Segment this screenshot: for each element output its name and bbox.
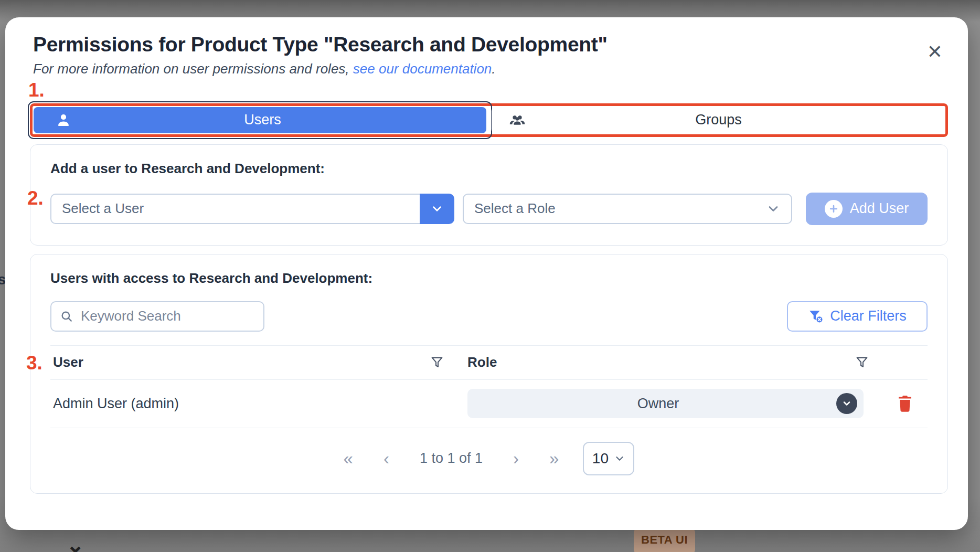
previous-page-button[interactable]: ‹ — [384, 450, 389, 467]
row-role-cell: Owner — [457, 389, 882, 418]
row-user-name: Admin User (admin) — [50, 396, 457, 412]
first-page-button[interactable]: « — [344, 450, 353, 467]
modal-title: Permissions for Product Type "Research a… — [33, 33, 910, 56]
row-role-select[interactable]: Owner — [467, 389, 864, 418]
add-user-controls: Select a User Select a Role Add User — [50, 193, 928, 225]
add-user-heading: Add a user to Research and Development: — [50, 161, 928, 177]
tab-groups[interactable]: Groups — [492, 107, 944, 133]
add-user-button-label: Add User — [850, 200, 909, 217]
delete-user-button[interactable] — [897, 394, 913, 414]
row-role-value: Owner — [480, 396, 836, 412]
user-column-label: User — [53, 354, 83, 370]
beta-ui-badge: BETA UI — [634, 528, 695, 552]
role-filter-icon[interactable] — [855, 355, 869, 370]
subtitle-text: For more information on user permissions… — [33, 61, 353, 77]
next-page-button[interactable]: › — [513, 450, 519, 467]
tab-groups-label: Groups — [526, 112, 911, 128]
tab-bar: Users Groups — [30, 103, 948, 137]
chevron-down-icon — [614, 453, 625, 464]
user-column-header: User — [50, 354, 457, 370]
page-size-select[interactable]: 10 — [583, 442, 634, 475]
table-row: Admin User (admin) Owner — [50, 380, 928, 428]
filter-row: Clear Filters — [50, 301, 928, 332]
single-user-icon — [55, 111, 72, 129]
user-select-dropdown-button[interactable] — [420, 194, 454, 224]
add-user-button[interactable]: Add User — [806, 193, 928, 225]
plus-circle-icon — [825, 200, 843, 218]
pagination-status: 1 to 1 of 1 — [420, 450, 483, 466]
annotation-step-1: 1. — [28, 80, 45, 100]
last-page-button[interactable]: » — [549, 450, 559, 467]
tab-users-label: Users — [72, 112, 453, 128]
user-select[interactable]: Select a User — [50, 194, 454, 224]
tab-users[interactable]: Users — [34, 107, 486, 133]
permissions-modal: ✕ Permissions for Product Type "Research… — [5, 17, 968, 530]
search-input[interactable] — [81, 308, 257, 324]
user-filter-icon[interactable] — [430, 355, 444, 370]
group-users-icon — [508, 111, 526, 129]
trash-icon — [897, 394, 913, 412]
modal-subtitle: For more information on user permissions… — [33, 61, 940, 77]
clear-filters-label: Clear Filters — [830, 308, 907, 324]
annotation-step-2: 2. — [27, 188, 44, 208]
role-column-header: Role — [457, 354, 882, 370]
background-chevron-down-icon: ⌄ — [66, 532, 84, 552]
role-select[interactable]: Select a Role — [463, 194, 792, 224]
documentation-link[interactable]: see our documentation — [353, 61, 492, 77]
subtitle-period: . — [492, 61, 495, 77]
row-actions-cell — [882, 394, 928, 414]
filter-clear-icon — [808, 309, 824, 324]
clear-filters-button[interactable]: Clear Filters — [787, 301, 928, 332]
users-access-heading: Users with access to Research and Develo… — [50, 270, 928, 286]
close-icon[interactable]: ✕ — [927, 43, 943, 61]
add-user-section: Add a user to Research and Development: … — [30, 144, 948, 246]
users-access-section: Users with access to Research and Develo… — [30, 254, 948, 494]
user-select-value[interactable]: Select a User — [50, 194, 420, 224]
role-chevron-down-icon[interactable] — [836, 393, 857, 414]
search-icon — [60, 310, 73, 323]
page-size-value: 10 — [592, 450, 609, 467]
chevron-down-icon — [766, 201, 781, 216]
keyword-search[interactable] — [50, 301, 264, 332]
table-header: User Role — [50, 345, 928, 380]
role-column-label: Role — [467, 354, 497, 370]
chevron-down-icon — [430, 202, 444, 216]
role-select-value: Select a Role — [474, 200, 556, 217]
annotation-step-3: 3. — [26, 353, 42, 373]
pagination: « ‹ 1 to 1 of 1 › » 10 — [50, 442, 928, 475]
